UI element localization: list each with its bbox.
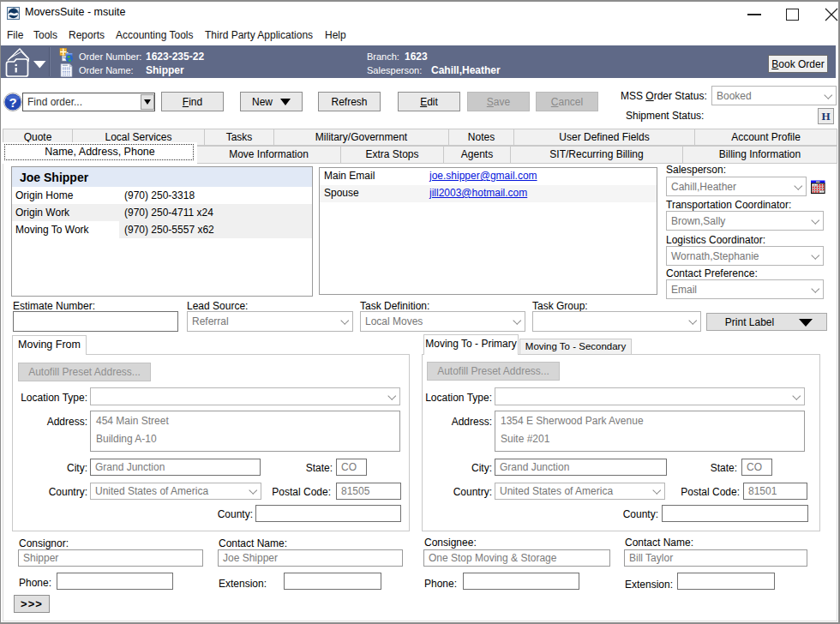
svg-text:?: ? bbox=[9, 95, 16, 110]
